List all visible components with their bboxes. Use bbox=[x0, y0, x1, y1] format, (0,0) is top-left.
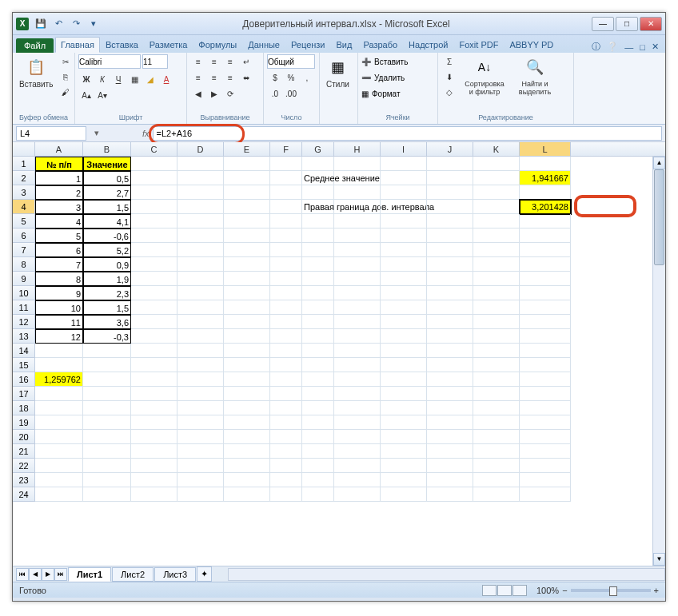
cell-E23[interactable] bbox=[224, 473, 270, 487]
cell-H12[interactable] bbox=[334, 315, 381, 329]
cell-F1[interactable] bbox=[270, 157, 302, 171]
cell-A3[interactable]: 2 bbox=[35, 185, 83, 200]
align-center-icon[interactable]: ≡ bbox=[206, 70, 222, 85]
autosum-icon[interactable]: Σ bbox=[441, 54, 457, 69]
cell-I15[interactable] bbox=[381, 358, 427, 372]
col-header-H[interactable]: H bbox=[334, 142, 381, 156]
cell-D16[interactable] bbox=[177, 372, 224, 387]
cell-D3[interactable] bbox=[177, 185, 224, 200]
bold-icon[interactable]: Ж bbox=[78, 72, 94, 86]
cell-H15[interactable] bbox=[334, 358, 381, 372]
cell-G7[interactable] bbox=[302, 243, 334, 257]
sheet-nav-first-icon[interactable]: ⏮ bbox=[16, 568, 29, 581]
cell-A17[interactable] bbox=[35, 387, 83, 401]
cell-B15[interactable] bbox=[83, 358, 131, 372]
cell-B18[interactable] bbox=[83, 401, 131, 415]
cell-C21[interactable] bbox=[131, 444, 177, 459]
grow-font-icon[interactable]: A▴ bbox=[78, 88, 94, 102]
cell-L8[interactable] bbox=[520, 257, 571, 272]
row-header-7[interactable]: 7 bbox=[13, 243, 35, 257]
cell-L6[interactable] bbox=[520, 229, 571, 243]
cell-C5[interactable] bbox=[131, 214, 177, 229]
format-painter-icon[interactable]: 🖌 bbox=[58, 85, 74, 99]
cell-D11[interactable] bbox=[177, 300, 224, 315]
cell-E24[interactable] bbox=[224, 487, 270, 502]
cell-E4[interactable] bbox=[224, 200, 270, 214]
cell-F20[interactable] bbox=[270, 430, 302, 444]
qat-dropdown-icon[interactable]: ▾ bbox=[86, 17, 101, 31]
cell-J24[interactable] bbox=[427, 487, 473, 502]
styles-button[interactable]: ▦ Стили bbox=[323, 54, 353, 90]
cell-A8[interactable]: 7 bbox=[35, 257, 83, 272]
window-restore-icon[interactable]: □ bbox=[640, 42, 645, 52]
cell-F9[interactable] bbox=[270, 272, 302, 286]
cell-F8[interactable] bbox=[270, 257, 302, 272]
cell-A5[interactable]: 4 bbox=[35, 214, 83, 229]
cell-B5[interactable]: 4,1 bbox=[83, 214, 131, 229]
cell-H9[interactable] bbox=[334, 272, 381, 286]
cell-J11[interactable] bbox=[427, 300, 473, 315]
cell-F15[interactable] bbox=[270, 358, 302, 372]
cell-I3[interactable] bbox=[381, 185, 427, 200]
row-header-16[interactable]: 16 bbox=[13, 372, 35, 387]
tab-abbyy[interactable]: ABBYY PD bbox=[504, 37, 559, 53]
col-header-L[interactable]: L bbox=[520, 142, 571, 156]
cell-F23[interactable] bbox=[270, 473, 302, 487]
cell-J23[interactable] bbox=[427, 473, 473, 487]
cell-L21[interactable] bbox=[520, 444, 571, 459]
namebox-dropdown-icon[interactable]: ▾ bbox=[90, 128, 104, 138]
cell-G20[interactable] bbox=[302, 430, 334, 444]
cell-G6[interactable] bbox=[302, 229, 334, 243]
page-break-view-icon[interactable] bbox=[512, 585, 527, 596]
row-header-19[interactable]: 19 bbox=[13, 415, 35, 430]
cell-A22[interactable] bbox=[35, 459, 83, 473]
percent-icon[interactable]: % bbox=[283, 70, 299, 85]
cell-J9[interactable] bbox=[427, 272, 473, 286]
increase-decimal-icon[interactable]: .0 bbox=[267, 86, 283, 101]
insert-cells-button[interactable]: ➕Вставить bbox=[361, 54, 408, 69]
cell-G19[interactable] bbox=[302, 415, 334, 430]
minimize-ribbon-icon[interactable]: ⓘ bbox=[592, 41, 600, 53]
page-layout-view-icon[interactable] bbox=[497, 585, 512, 596]
tab-formulas[interactable]: Формулы bbox=[193, 37, 242, 53]
cell-A2[interactable]: 1 bbox=[35, 171, 83, 185]
cell-D22[interactable] bbox=[177, 459, 224, 473]
cell-B24[interactable] bbox=[83, 487, 131, 502]
cell-B1[interactable]: Значение bbox=[83, 157, 131, 171]
paste-button[interactable]: 📋 Вставить bbox=[16, 54, 56, 90]
horizontal-scrollbar[interactable] bbox=[228, 568, 665, 581]
cell-F19[interactable] bbox=[270, 415, 302, 430]
cell-G13[interactable] bbox=[302, 329, 334, 344]
cell-F22[interactable] bbox=[270, 459, 302, 473]
zoom-in-icon[interactable]: + bbox=[654, 586, 659, 595]
font-size-select[interactable] bbox=[142, 54, 168, 69]
cell-L4[interactable]: 3,201428 bbox=[520, 200, 571, 214]
cell-L11[interactable] bbox=[520, 300, 571, 315]
cell-G4[interactable]: Правая граница дов. интервала bbox=[302, 200, 334, 214]
sheet-nav-next-icon[interactable]: ▶ bbox=[42, 568, 54, 581]
undo-icon[interactable]: ↶ bbox=[51, 17, 66, 31]
cell-F11[interactable] bbox=[270, 300, 302, 315]
cell-J22[interactable] bbox=[427, 459, 473, 473]
cell-B8[interactable]: 0,9 bbox=[83, 257, 131, 272]
cell-K3[interactable] bbox=[473, 185, 520, 200]
cell-B4[interactable]: 1,5 bbox=[83, 200, 131, 214]
cell-H14[interactable] bbox=[334, 344, 381, 358]
cell-F12[interactable] bbox=[270, 315, 302, 329]
cell-D14[interactable] bbox=[177, 344, 224, 358]
cell-C4[interactable] bbox=[131, 200, 177, 214]
cell-E18[interactable] bbox=[224, 401, 270, 415]
cell-C22[interactable] bbox=[131, 459, 177, 473]
cell-C15[interactable] bbox=[131, 358, 177, 372]
cut-icon[interactable]: ✂ bbox=[58, 54, 74, 69]
cell-L16[interactable] bbox=[520, 372, 571, 387]
cell-A24[interactable] bbox=[35, 487, 83, 502]
fill-color-icon[interactable]: ◢ bbox=[142, 72, 158, 86]
cell-I19[interactable] bbox=[381, 415, 427, 430]
cell-B16[interactable] bbox=[83, 372, 131, 387]
new-sheet-button[interactable]: ✦ bbox=[197, 566, 212, 582]
font-color-icon[interactable]: А bbox=[158, 72, 174, 86]
cell-A18[interactable] bbox=[35, 401, 83, 415]
tab-developer[interactable]: Разрабо bbox=[357, 37, 403, 53]
cell-C24[interactable] bbox=[131, 487, 177, 502]
